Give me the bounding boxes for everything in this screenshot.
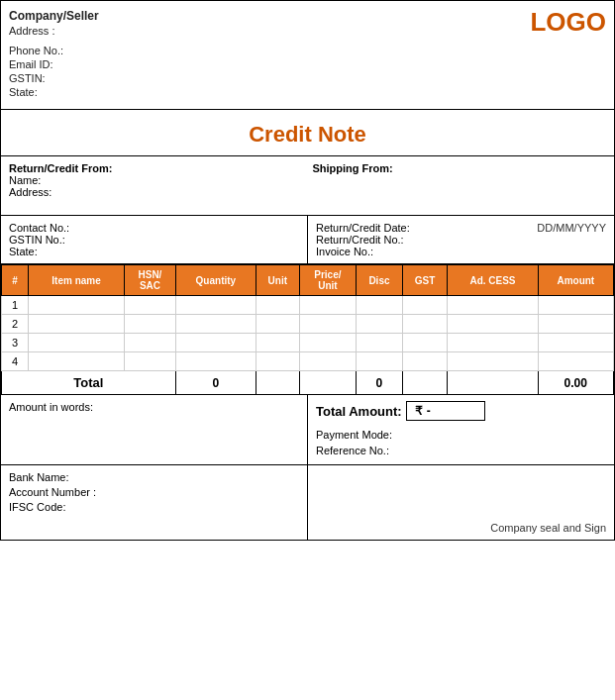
row4-qty: [175, 352, 256, 371]
row3-hsn: [125, 334, 176, 352]
row2-item: [28, 315, 124, 334]
phone-label: Phone No.:: [9, 45, 510, 56]
header-section: Company/Seller Address : Phone No.: Emai…: [1, 1, 614, 110]
row1-gst: [402, 296, 448, 315]
items-table: # Item name HSN/SAC Quantity Unit Price/…: [1, 264, 614, 395]
invoice-no-label: Invoice No.:: [316, 246, 606, 257]
total-label: Total: [2, 371, 176, 395]
row2-unit: [256, 315, 300, 334]
name-label: Name:: [9, 174, 303, 186]
gstin-label: GSTIN:: [9, 72, 510, 84]
bank-info-box: Bank Name: Account Number : IFSC Code:: [1, 465, 308, 540]
row1-hsn: [125, 296, 176, 315]
table-row: 3: [2, 334, 614, 352]
return-address-label: Address:: [9, 186, 303, 198]
bank-seal-section: Bank Name: Account Number : IFSC Code: C…: [1, 465, 614, 540]
gstin-no-label: GSTIN No.:: [9, 234, 299, 246]
address-label: Address :: [9, 25, 510, 37]
table-header-row: # Item name HSN/SAC Quantity Unit Price/…: [2, 265, 614, 296]
row3-num: 3: [2, 334, 29, 352]
return-date-row: Return/Credit Date: DD/MM/YYYY: [316, 222, 606, 234]
return-from-label: Return/Credit From:: [9, 162, 303, 174]
row1-num: 1: [2, 296, 29, 315]
row3-price: [299, 334, 357, 352]
col-unit: Unit: [256, 265, 300, 296]
row2-num: 2: [2, 315, 29, 334]
total-amount: 0.00: [538, 371, 613, 395]
total-amount-number: -: [427, 404, 431, 418]
row4-disc: [357, 352, 403, 371]
company-info: Company/Seller Address : Phone No.: Emai…: [9, 7, 510, 103]
row4-gst: [402, 352, 448, 371]
row2-cess: [448, 315, 538, 334]
table-total-row: Total 0 0 0.00: [2, 371, 614, 395]
row1-disc: [357, 296, 403, 315]
contact-state-label: State:: [9, 246, 299, 257]
col-item-name: Item name: [28, 265, 124, 296]
row4-unit: [256, 352, 300, 371]
shipping-from-box: Shipping From:: [303, 162, 607, 209]
row4-num: 4: [2, 352, 29, 371]
company-seller-label: Company/Seller: [9, 9, 510, 23]
row3-unit: [256, 334, 300, 352]
row3-cess: [448, 334, 538, 352]
total-quantity: 0: [175, 371, 256, 395]
email-label: Email ID:: [9, 58, 510, 70]
total-amount-row: Total Amount: ₹ -: [316, 401, 606, 421]
row1-cess: [448, 296, 538, 315]
row2-price: [299, 315, 357, 334]
return-no-label: Return/Credit No.:: [316, 234, 606, 246]
seal-text: Company seal and Sign: [490, 522, 606, 534]
row1-price: [299, 296, 357, 315]
bank-name-label: Bank Name:: [9, 471, 299, 483]
col-price-unit: Price/Unit: [299, 265, 357, 296]
return-date-label: Return/Credit Date:: [316, 222, 410, 234]
total-disc: 0: [357, 371, 403, 395]
row2-amount: [538, 315, 613, 334]
total-price-empty: [299, 371, 357, 395]
total-unit-empty: [256, 371, 300, 395]
shipping-from-label: Shipping From:: [313, 162, 607, 174]
col-amount: Amount: [538, 265, 613, 296]
row1-qty: [175, 296, 256, 315]
payment-mode-label: Payment Mode:: [316, 429, 606, 441]
row3-amount: [538, 334, 613, 352]
row4-item: [28, 352, 124, 371]
contact-label: Contact No.:: [9, 222, 299, 234]
contact-date-section: Contact No.: GSTIN No.: State: Return/Cr…: [1, 216, 614, 264]
return-shipping-section: Return/Credit From: Name: Address: Shipp…: [1, 156, 614, 216]
contact-box: Contact No.: GSTIN No.: State:: [1, 216, 308, 263]
row4-cess: [448, 352, 538, 371]
ifsc-code-label: IFSC Code:: [9, 501, 299, 513]
reference-label: Reference No.:: [316, 445, 606, 456]
col-gst: GST: [402, 265, 448, 296]
table-row: 4: [2, 352, 614, 371]
row2-disc: [357, 315, 403, 334]
seal-area: Company seal and Sign: [308, 465, 614, 540]
col-num: #: [2, 265, 29, 296]
col-quantity: Quantity: [175, 265, 256, 296]
state-label: State:: [9, 86, 510, 98]
col-disc: Disc: [357, 265, 403, 296]
row3-qty: [175, 334, 256, 352]
document: Company/Seller Address : Phone No.: Emai…: [0, 0, 615, 541]
logo-text: LOGO: [510, 7, 606, 38]
amount-section: Amount in words: Total Amount: ₹ - Payme…: [1, 395, 614, 465]
amount-words-box: Amount in words:: [1, 395, 308, 464]
row4-price: [299, 352, 357, 371]
row1-amount: [538, 296, 613, 315]
row1-item: [28, 296, 124, 315]
total-gst-empty: [402, 371, 448, 395]
col-ad-cess: Ad. CESS: [448, 265, 538, 296]
row4-amount: [538, 352, 613, 371]
row3-item: [28, 334, 124, 352]
amount-words-label: Amount in words:: [9, 401, 299, 413]
row3-gst: [402, 334, 448, 352]
row2-qty: [175, 315, 256, 334]
row4-hsn: [125, 352, 176, 371]
row2-hsn: [125, 315, 176, 334]
return-date-value: DD/MM/YYYY: [537, 222, 606, 234]
row1-unit: [256, 296, 300, 315]
col-hsn-sac: HSN/SAC: [125, 265, 176, 296]
total-amount-label: Total Amount:: [316, 404, 402, 419]
